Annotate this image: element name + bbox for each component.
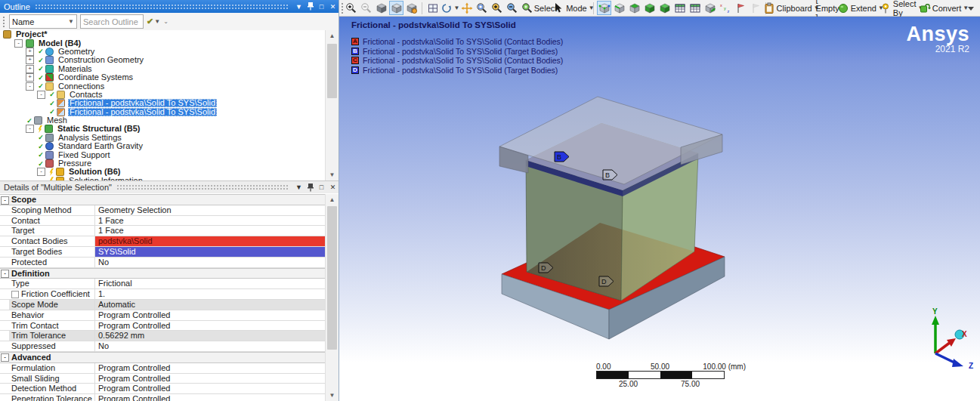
- property-value[interactable]: Program Controlled: [95, 310, 326, 320]
- shaded-exterior-button[interactable]: [374, 1, 388, 15]
- property-value[interactable]: Program Controlled: [95, 321, 326, 331]
- filter-bodies-button[interactable]: [642, 1, 657, 15]
- tree-item[interactable]: Project*: [0, 30, 326, 39]
- select-nodes-button[interactable]: [657, 1, 672, 15]
- geometry-viewport[interactable]: B B D D Y: [339, 17, 980, 401]
- scroll-up-icon[interactable]: ▲: [326, 30, 339, 42]
- details-maximize-icon[interactable]: □: [316, 182, 327, 193]
- tree-item[interactable]: +✓Coordinate Systems: [0, 73, 326, 82]
- scrollbar-thumb[interactable]: [327, 206, 337, 350]
- collapse-icon[interactable]: -: [26, 125, 34, 133]
- scroll-down-icon[interactable]: ▼: [326, 169, 339, 180]
- collapse-icon[interactable]: -: [1, 270, 9, 278]
- toolbar-drag-handle[interactable]: [341, 2, 343, 14]
- zoom-out-tool-button[interactable]: [505, 1, 519, 15]
- rotate-button[interactable]: ▼: [441, 1, 459, 15]
- details-titlebar[interactable]: Details of "Multiple Selection" ▼ □ ✕: [0, 180, 339, 193]
- property-value[interactable]: Geometry Selection: [95, 205, 326, 215]
- outline-search-input[interactable]: Search Outline: [80, 14, 144, 29]
- tree-item-label[interactable]: Pressure: [57, 159, 93, 168]
- property-value[interactable]: 1 Face: [95, 226, 326, 236]
- expand-icon[interactable]: +: [26, 73, 34, 82]
- outline-pin-icon[interactable]: [305, 2, 316, 12]
- property-value[interactable]: No: [95, 258, 326, 267]
- tree-item-label[interactable]: Static Structural (B5): [56, 125, 141, 133]
- tree-item[interactable]: ✓Frictional - podstvka\Solid To SYS\Soli…: [0, 99, 326, 107]
- triad-y-axis[interactable]: [932, 316, 939, 325]
- property-value[interactable]: No: [95, 341, 326, 351]
- pan-button[interactable]: [459, 1, 474, 15]
- zoom-out-button[interactable]: [359, 1, 373, 15]
- outline-filter-combobox[interactable]: Name ▼: [9, 14, 77, 29]
- details-pin-icon[interactable]: [305, 182, 316, 193]
- tree-item[interactable]: +✓Construction Geometry: [0, 56, 326, 64]
- property-value[interactable]: podstvka\Solid: [95, 236, 326, 246]
- collapse-icon[interactable]: -: [37, 91, 45, 99]
- filter-faces-button[interactable]: [627, 1, 641, 15]
- property-value[interactable]: Program Controlled: [95, 384, 326, 393]
- tree-item[interactable]: +✓Geometry: [0, 48, 326, 56]
- property-value[interactable]: Program Controlled: [95, 374, 326, 384]
- outline-close-icon[interactable]: ✕: [327, 2, 339, 12]
- scroll-up-icon[interactable]: ▲: [326, 194, 339, 205]
- collapse-icon[interactable]: -: [1, 196, 9, 205]
- toolbar-overflow[interactable]: [964, 1, 978, 15]
- expand-icon[interactable]: +: [26, 56, 34, 64]
- zoom-in-tool-button[interactable]: [490, 1, 504, 15]
- select-elements-button[interactable]: [672, 1, 687, 15]
- tree-item-label[interactable]: Mesh: [45, 116, 69, 125]
- tree-item-label[interactable]: Coordinate Systems: [57, 73, 134, 82]
- property-value[interactable]: Program Controlled: [95, 363, 326, 373]
- viewports-button[interactable]: [425, 1, 440, 15]
- triad-z-axis[interactable]: [952, 359, 963, 367]
- collapse-icon[interactable]: -: [37, 168, 45, 176]
- select-element-faces-button[interactable]: [688, 1, 702, 15]
- toolbar-drag-handle[interactable]: [2, 16, 6, 28]
- tree-item-label[interactable]: Project*: [14, 30, 49, 39]
- details-menu-dropdown-icon[interactable]: ▼: [293, 182, 305, 193]
- collapse-icon[interactable]: -: [1, 353, 9, 362]
- section-plane-button[interactable]: [404, 1, 419, 15]
- tree-item[interactable]: -Static Structural (B5): [0, 125, 326, 133]
- tree-item[interactable]: -✓Connections: [0, 82, 326, 90]
- tree-item[interactable]: ✓Standard Earth Gravity: [0, 142, 326, 150]
- coordinate-label-button[interactable]: xyz: [718, 1, 732, 15]
- tree-item-label[interactable]: Materials: [57, 65, 94, 73]
- tree-item-label[interactable]: Frictional - podstvka\Solid To SYS\Solid: [68, 99, 217, 107]
- tree-item-label[interactable]: Standard Earth Gravity: [57, 142, 144, 150]
- outline-maximize-icon[interactable]: □: [316, 2, 327, 12]
- tree-item-label[interactable]: Construction Geometry: [57, 56, 145, 64]
- tree-item-label[interactable]: Analysis Settings: [57, 134, 123, 142]
- tree-item[interactable]: -Solution (B6): [0, 168, 326, 176]
- box-zoom-button[interactable]: [475, 1, 489, 15]
- zoom-fit-button[interactable]: [520, 1, 534, 15]
- extend-adjacent-button[interactable]: [703, 1, 717, 15]
- tree-item-label[interactable]: Connections: [57, 82, 106, 91]
- zoom-in-button[interactable]: [344, 1, 358, 15]
- expand-icon[interactable]: +: [26, 65, 34, 73]
- clipboard-dropdown[interactable]: Clipboard▼: [769, 1, 813, 15]
- outline-menu-dropdown-icon[interactable]: ▼: [293, 2, 305, 12]
- filter-vertices-button[interactable]: [597, 1, 611, 15]
- details-close-icon[interactable]: ✕: [327, 182, 339, 193]
- details-scrollbar[interactable]: ▲ ▼: [325, 194, 339, 401]
- graphics-mode-button[interactable]: [389, 1, 403, 15]
- tree-item[interactable]: ✓Analysis Settings: [0, 134, 326, 142]
- select-mode-dropdown[interactable]: Mode▼: [557, 1, 590, 15]
- outline-titlebar[interactable]: Outline ▼ □ ✕: [0, 0, 339, 13]
- toolbar-overflow-icon[interactable]: ⌄: [163, 18, 168, 25]
- filter-edges-button[interactable]: [612, 1, 626, 15]
- outline-scrollbar[interactable]: ▲ ▼: [325, 30, 339, 180]
- tree-item-label[interactable]: Geometry: [57, 48, 96, 56]
- flag-annotation-button[interactable]: [733, 1, 747, 15]
- property-value[interactable]: SYS\Solid: [95, 247, 326, 257]
- scrollbar-thumb[interactable]: [327, 44, 337, 98]
- property-value[interactable]: 1.: [95, 289, 326, 299]
- tree-item[interactable]: ✓Mesh: [0, 116, 326, 125]
- property-value[interactable]: Frictional: [95, 279, 326, 288]
- orientation-triad[interactable]: Y X Z: [932, 307, 973, 370]
- tree-item-label[interactable]: Fixed Support: [57, 151, 111, 159]
- scroll-down-icon[interactable]: ▼: [326, 390, 339, 401]
- collapse-icon[interactable]: -: [26, 82, 34, 91]
- extend-dropdown[interactable]: Extend▼: [842, 1, 879, 15]
